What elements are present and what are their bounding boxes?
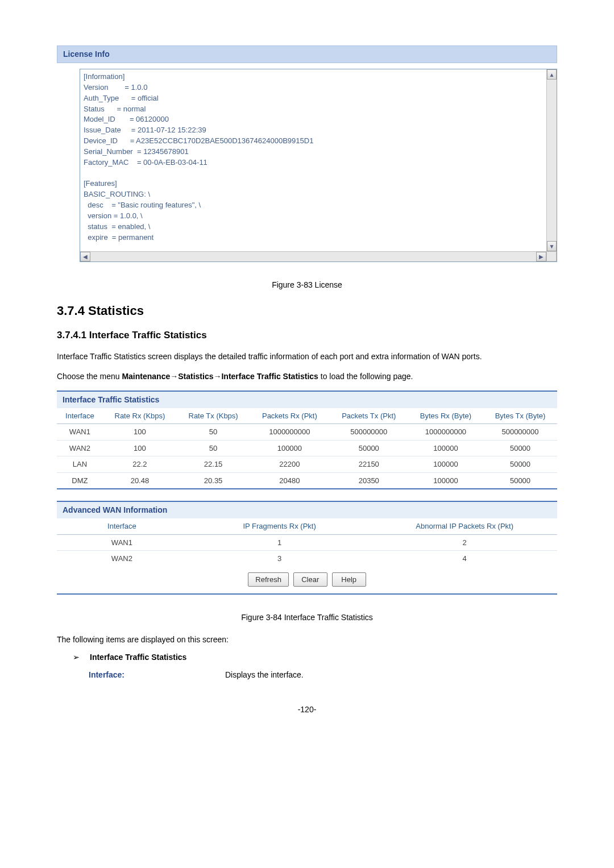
table-cell: 100 bbox=[103, 440, 177, 456]
table-row: WAN2100501000005000010000050000 bbox=[57, 440, 557, 456]
license-content: [Information] Version = 1.0.0 Auth_Type … bbox=[80, 69, 557, 262]
table-cell: 22200 bbox=[250, 456, 329, 473]
table-cell: 1000000000 bbox=[408, 424, 483, 441]
its-panel: Interface Traffic Statistics Interface R… bbox=[57, 391, 557, 490]
table-cell: 20480 bbox=[250, 472, 329, 488]
page-number: -120- bbox=[57, 704, 557, 716]
table-row: DMZ20.4820.35204802035010000050000 bbox=[57, 472, 557, 488]
horizontal-scrollbar[interactable]: ◀ ▶ bbox=[80, 251, 546, 261]
chevron-up-icon: ▲ bbox=[549, 70, 555, 79]
table-cell: 20.48 bbox=[103, 472, 177, 488]
items-displayed-text: The following items are displayed on thi… bbox=[57, 634, 557, 646]
scroll-down-button[interactable]: ▼ bbox=[547, 241, 557, 251]
table-cell: 22.2 bbox=[103, 456, 177, 473]
license-panel-title: License Info bbox=[57, 45, 557, 63]
license-panel: License Info [Information] Version = 1.0… bbox=[57, 45, 557, 262]
chevron-right-icon: ▶ bbox=[539, 252, 544, 261]
scroll-right-button[interactable]: ▶ bbox=[536, 252, 546, 261]
paragraph-intro: Interface Traffic Statistics screen disp… bbox=[57, 351, 557, 363]
table-row: WAN234 bbox=[57, 551, 557, 567]
table-cell: WAN1 bbox=[57, 424, 103, 441]
table-row: WAN1100501000000000500000000100000000050… bbox=[57, 424, 557, 441]
help-button[interactable]: Help bbox=[332, 572, 366, 587]
its-th-rate-rx: Rate Rx (Kbps) bbox=[103, 408, 177, 424]
table-cell: 50000 bbox=[483, 472, 557, 488]
vertical-scrollbar[interactable]: ▲ ▼ bbox=[546, 69, 557, 251]
scroll-left-button[interactable]: ◀ bbox=[80, 252, 90, 261]
field-desc-interface: Displays the interface. bbox=[225, 669, 304, 681]
field-label-interface: Interface: bbox=[89, 669, 225, 681]
table-cell: 50000 bbox=[483, 440, 557, 456]
awi-table: Interface IP Fragments Rx (Pkt) Abnormal… bbox=[57, 518, 557, 567]
its-header-row: Interface Rate Rx (Kbps) Rate Tx (Kbps) … bbox=[57, 408, 557, 424]
para2-pre: Choose the menu bbox=[57, 372, 122, 381]
para2-bold: Maintenance→Statistics→Interface Traffic… bbox=[122, 372, 318, 381]
para2-post: to load the following page. bbox=[318, 372, 413, 381]
scroll-up-button[interactable]: ▲ bbox=[547, 69, 557, 80]
table-cell: WAN2 bbox=[57, 440, 103, 456]
heading-statistics: 3.7.4 Statistics bbox=[57, 301, 557, 320]
its-th-packets-rx: Packets Rx (Pkt) bbox=[250, 408, 329, 424]
bullet-its: ➢ Interface Traffic Statistics bbox=[73, 651, 557, 663]
its-panel-title: Interface Traffic Statistics bbox=[57, 392, 557, 408]
table-cell: 20.35 bbox=[177, 472, 250, 488]
its-th-packets-tx: Packets Tx (Pkt) bbox=[330, 408, 408, 424]
table-cell: 1 bbox=[187, 534, 372, 551]
its-th-bytes-rx: Bytes Rx (Byte) bbox=[408, 408, 483, 424]
heading-interface-traffic: 3.7.4.1 Interface Traffic Statistics bbox=[57, 328, 557, 343]
awi-panel: Advanced WAN Information Interface IP Fr… bbox=[57, 501, 557, 595]
refresh-button[interactable]: Refresh bbox=[248, 572, 289, 587]
table-cell: 100000 bbox=[408, 472, 483, 488]
awi-header-row: Interface IP Fragments Rx (Pkt) Abnormal… bbox=[57, 518, 557, 534]
awi-panel-title: Advanced WAN Information bbox=[57, 502, 557, 518]
awi-th-abnormal: Abnormal IP Packets Rx (Pkt) bbox=[372, 518, 557, 534]
bullet-label: Interface Traffic Statistics bbox=[90, 651, 186, 663]
table-cell: 2 bbox=[372, 534, 557, 551]
table-cell: 3 bbox=[187, 551, 372, 567]
awi-th-ip-fragments: IP Fragments Rx (Pkt) bbox=[187, 518, 372, 534]
its-th-interface: Interface bbox=[57, 408, 103, 424]
table-cell: 500000000 bbox=[330, 424, 408, 441]
table-cell: 100 bbox=[103, 424, 177, 441]
table-cell: DMZ bbox=[57, 472, 103, 488]
chevron-down-icon: ▼ bbox=[549, 242, 555, 251]
paragraph-menu-path: Choose the menu Maintenance→Statistics→I… bbox=[57, 371, 557, 383]
chevron-left-icon: ◀ bbox=[83, 252, 88, 261]
table-cell: 50 bbox=[177, 424, 250, 441]
bullet-icon: ➢ bbox=[73, 651, 80, 663]
table-cell: 22.15 bbox=[177, 456, 250, 473]
table-cell: 50000 bbox=[483, 456, 557, 473]
table-row: LAN22.222.15222002215010000050000 bbox=[57, 456, 557, 473]
clear-button[interactable]: Clear bbox=[293, 572, 327, 587]
table-cell: 50000 bbox=[330, 440, 408, 456]
its-table: Interface Rate Rx (Kbps) Rate Tx (Kbps) … bbox=[57, 408, 557, 489]
table-cell: 1000000000 bbox=[250, 424, 329, 441]
scrollbar-corner bbox=[546, 251, 557, 261]
license-textarea[interactable]: [Information] Version = 1.0.0 Auth_Type … bbox=[80, 69, 557, 262]
table-cell: WAN1 bbox=[57, 534, 187, 551]
table-cell: LAN bbox=[57, 456, 103, 473]
table-row: WAN112 bbox=[57, 534, 557, 551]
figure-caption-84: Figure 3-84 Interface Traffic Statistics bbox=[57, 612, 557, 624]
table-cell: 20350 bbox=[330, 472, 408, 488]
field-interface: Interface: Displays the interface. bbox=[89, 669, 557, 681]
table-cell: 100000 bbox=[408, 440, 483, 456]
table-cell: 100000 bbox=[408, 456, 483, 473]
table-cell: 4 bbox=[372, 551, 557, 567]
table-cell: WAN2 bbox=[57, 551, 187, 567]
its-th-rate-tx: Rate Tx (Kbps) bbox=[177, 408, 250, 424]
awi-button-row: Refresh Clear Help bbox=[57, 567, 557, 594]
figure-caption-83: Figure 3-83 License bbox=[57, 279, 557, 291]
its-th-bytes-tx: Bytes Tx (Byte) bbox=[483, 408, 557, 424]
table-cell: 100000 bbox=[250, 440, 329, 456]
awi-th-interface: Interface bbox=[57, 518, 187, 534]
table-cell: 500000000 bbox=[483, 424, 557, 441]
table-cell: 22150 bbox=[330, 456, 408, 473]
table-cell: 50 bbox=[177, 440, 250, 456]
